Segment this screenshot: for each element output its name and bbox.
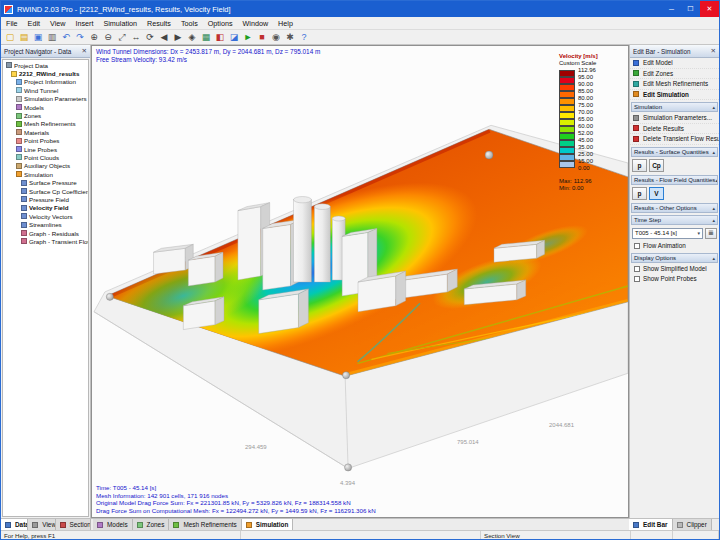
app-logo-icon <box>4 5 13 14</box>
undo-icon[interactable]: ↶ <box>59 31 73 44</box>
checkbox-icon <box>634 276 640 282</box>
section-results-flow[interactable]: Results - Flow Field Quantities ▴ <box>631 175 718 185</box>
tree-item[interactable]: Wind Tunnel <box>3 86 88 94</box>
surface-quantity-button[interactable]: Cp <box>649 159 664 172</box>
flow-animation-checkbox[interactable]: Flow Animation <box>630 241 719 251</box>
menu-item[interactable]: Results <box>142 17 176 30</box>
stop-simulation-icon[interactable]: ■ <box>255 31 269 44</box>
tree-item[interactable]: Velocity Vectors <box>3 212 88 220</box>
close-panel-icon[interactable]: ✕ <box>82 47 87 55</box>
tree-item[interactable]: Velocity Field <box>3 204 88 212</box>
simulation-menu-item[interactable]: Simulation Parameters... <box>630 113 719 124</box>
start-simulation-icon[interactable]: ► <box>241 31 255 44</box>
tree-item[interactable]: Auxiliary Objects <box>3 162 88 170</box>
tree-item[interactable]: Surface Pressure <box>3 178 88 186</box>
simulation-icon <box>16 171 22 177</box>
next-view-icon[interactable]: ▶ <box>171 31 185 44</box>
edit-bar-item[interactable]: Edit Mesh Refinements <box>630 79 719 90</box>
open-project-icon[interactable]: ▤ <box>17 31 31 44</box>
zoom-in-icon[interactable]: ⊕ <box>87 31 101 44</box>
close-panel-icon[interactable]: ✕ <box>711 47 716 55</box>
tree-item[interactable]: Pressure Field <box>3 195 88 203</box>
redo-icon[interactable]: ↷ <box>73 31 87 44</box>
tree-item[interactable]: Graph - Residuals <box>3 229 88 237</box>
status-cell <box>673 531 719 539</box>
minimize-button[interactable]: ─ <box>662 1 681 17</box>
tree-item[interactable]: Graph - Transient Flow <box>3 237 88 245</box>
menu-item[interactable]: Tools <box>176 17 203 30</box>
navigator-tab[interactable]: Sections <box>56 519 91 530</box>
tree-item[interactable]: Mesh Refinements <box>3 120 88 128</box>
zoom-extents-icon[interactable]: ⤢ <box>115 31 129 44</box>
panel-tab[interactable]: Clipper <box>673 519 712 530</box>
flow-quantity-button[interactable]: p <box>632 187 647 200</box>
tree-item[interactable]: Project Information <box>3 78 88 86</box>
tree-item[interactable]: Streamlines <box>3 220 88 228</box>
viewport-3d[interactable]: Wind Tunnel Dimensions: Dx = 2453.817 m,… <box>91 45 629 518</box>
status-cell <box>631 531 673 539</box>
tree-item[interactable]: Materials <box>3 128 88 136</box>
simulation-menu-item[interactable]: Delete Transient Flow Results... <box>630 134 719 145</box>
edit-bar-item[interactable]: Edit Model <box>630 58 719 69</box>
workspace-tab[interactable]: Models <box>93 519 133 530</box>
tree-item[interactable]: Project Data <box>3 61 88 69</box>
settings-icon[interactable]: ✱ <box>283 31 297 44</box>
screenshot-icon[interactable]: ◉ <box>269 31 283 44</box>
save-icon[interactable]: ▣ <box>31 31 45 44</box>
section-results-other[interactable]: Results - Other Options ▴ <box>631 203 718 213</box>
menu-item[interactable]: Options <box>203 17 238 30</box>
section-results-surface[interactable]: Results - Surface Quantities ▴ <box>631 147 718 157</box>
tree-item[interactable]: Zones <box>3 111 88 119</box>
display-option-checkbox[interactable]: Show Simplified Model <box>630 264 719 274</box>
menu-item[interactable]: View <box>45 17 70 30</box>
section-time-step[interactable]: Time Step ▴ <box>631 215 718 225</box>
edit-bar-body: Edit Model Edit Zones Edit Mesh Refineme… <box>630 58 719 518</box>
menu-item[interactable]: Insert <box>70 17 98 30</box>
workspace-tab[interactable]: Simulation <box>242 519 294 530</box>
menu-item[interactable]: Edit <box>23 17 45 30</box>
tree-item[interactable]: Simulation <box>3 170 88 178</box>
zoom-out-icon[interactable]: ⊖ <box>101 31 115 44</box>
show-results-icon[interactable]: ◧ <box>213 31 227 44</box>
tree-item[interactable]: Surface Cp Coefficient <box>3 187 88 195</box>
time-step-dropdown[interactable]: T005 - 45.14 [s] ▾ <box>632 228 703 239</box>
isometric-view-icon[interactable]: ◈ <box>185 31 199 44</box>
display-option-checkbox[interactable]: Show Point Probes <box>630 274 719 284</box>
panel-tab[interactable]: Edit Bar <box>629 519 673 530</box>
tree-item[interactable]: Point Clouds <box>3 153 88 161</box>
tree-item[interactable]: Line Probes <box>3 145 88 153</box>
pan-icon[interactable]: ↔ <box>129 31 143 44</box>
close-button[interactable]: ✕ <box>700 1 719 17</box>
show-mesh-icon[interactable]: ▦ <box>199 31 213 44</box>
menu-item[interactable]: Window <box>238 17 274 30</box>
tree-item[interactable]: Models <box>3 103 88 111</box>
section-simulation[interactable]: Simulation ▴ <box>631 102 718 112</box>
models-icon <box>16 104 22 110</box>
titlebar: RWIND 2.03 Pro - [2212_RWind_results, Re… <box>1 1 719 17</box>
edit-bar-item[interactable]: Edit Simulation <box>630 90 719 101</box>
menu-item[interactable]: Help <box>273 17 298 30</box>
maximize-button[interactable]: ☐ <box>681 1 700 17</box>
workspace-tab[interactable]: Mesh Refinements <box>169 519 241 530</box>
previous-view-icon[interactable]: ◀ <box>157 31 171 44</box>
workspace-tab[interactable]: Zones <box>133 519 170 530</box>
new-project-icon[interactable]: ▢ <box>3 31 17 44</box>
navigator-tab[interactable]: Data <box>1 519 28 530</box>
menu-item[interactable]: File <box>1 17 23 30</box>
edit-bar-item[interactable]: Edit Zones <box>630 69 719 80</box>
tree-item[interactable]: 2212_RWind_results <box>3 69 88 77</box>
clipping-plane-icon[interactable]: ◪ <box>227 31 241 44</box>
tree-item[interactable]: Simulation Parameters <box>3 95 88 103</box>
tree-item[interactable]: Point Probes <box>3 137 88 145</box>
menu-item[interactable]: Simulation <box>98 17 142 30</box>
surface-quantity-button[interactable]: p <box>632 159 647 172</box>
params-icon <box>16 96 22 102</box>
help-icon[interactable]: ? <box>297 31 311 44</box>
simulation-menu-item[interactable]: Delete Results <box>630 124 719 135</box>
print-icon[interactable]: ▥ <box>45 31 59 44</box>
navigator-tab[interactable]: View <box>28 519 55 530</box>
rotate-view-icon[interactable]: ⟳ <box>143 31 157 44</box>
section-display-options[interactable]: Display Options ▴ <box>631 253 718 263</box>
time-step-table-button[interactable]: ≣ <box>705 228 717 239</box>
flow-quantity-button[interactable]: V <box>649 187 664 200</box>
